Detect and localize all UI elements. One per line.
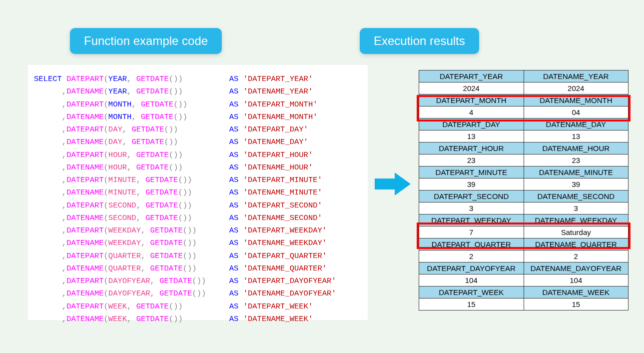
result-value: 15 — [419, 298, 524, 310]
result-header: DATEPART_WEEK — [419, 286, 524, 298]
result-value: Saturday — [524, 226, 629, 238]
result-header: DATENAME_MONTH — [524, 94, 629, 106]
result-header: DATEPART_SECOND — [419, 190, 524, 202]
result-header: DATENAME_HOUR — [524, 142, 629, 154]
result-value: 23 — [524, 154, 629, 166]
result-header: DATEPART_QUARTER — [419, 238, 524, 250]
result-header: DATEPART_DAY — [419, 118, 524, 130]
result-header: DATENAME_DAYOFYEAR — [524, 262, 629, 274]
result-header: DATENAME_WEEKDAY — [524, 214, 629, 226]
svg-marker-0 — [375, 172, 411, 196]
result-value: 39 — [524, 178, 629, 190]
result-value: 2024 — [419, 82, 524, 94]
result-value: 104 — [419, 274, 524, 286]
result-value: 4 — [419, 106, 524, 118]
result-value: 23 — [419, 154, 524, 166]
result-header: DATEPART_MINUTE — [419, 166, 524, 178]
result-value: 2 — [419, 250, 524, 262]
result-value: 3 — [524, 202, 629, 214]
result-value: 04 — [524, 106, 629, 118]
result-header: DATEPART_MONTH — [419, 94, 524, 106]
badge-execution-results: Execution results — [360, 28, 479, 54]
badge-example-code: Function example code — [70, 28, 222, 54]
result-header: DATENAME_SECOND — [524, 190, 629, 202]
result-header: DATENAME_QUARTER — [524, 238, 629, 250]
result-value: 3 — [419, 202, 524, 214]
result-value: 13 — [419, 130, 524, 142]
result-header: DATENAME_WEEK — [524, 286, 629, 298]
result-header: DATEPART_DAYOFYEAR — [419, 262, 524, 274]
result-header: DATEPART_HOUR — [419, 142, 524, 154]
result-value: 15 — [524, 298, 629, 310]
result-value: 39 — [419, 178, 524, 190]
arrow-right-icon — [375, 172, 411, 196]
result-header: DATEPART_YEAR — [419, 70, 524, 82]
result-header: DATEPART_WEEKDAY — [419, 214, 524, 226]
result-value: 2 — [524, 250, 629, 262]
results-table: DATEPART_YEARDATENAME_YEAR20242024DATEPA… — [419, 70, 629, 310]
result-value: 2024 — [524, 82, 629, 94]
result-value: 13 — [524, 130, 629, 142]
result-header: DATENAME_DAY — [524, 118, 629, 130]
result-header: DATENAME_YEAR — [524, 70, 629, 82]
code-panel: SELECT DATEPART(YEAR, GETDATE()) AS 'DAT… — [28, 65, 368, 320]
result-value: 104 — [524, 274, 629, 286]
result-header: DATENAME_MINUTE — [524, 166, 629, 178]
result-value: 7 — [419, 226, 524, 238]
